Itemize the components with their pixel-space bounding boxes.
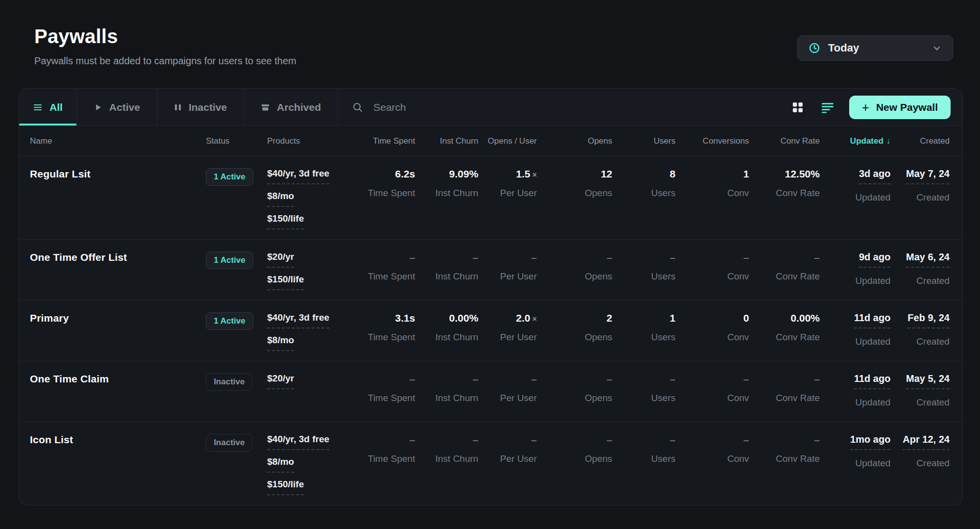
product-price[interactable]: $8/mo	[267, 456, 349, 473]
column-header-created[interactable]: Created	[894, 136, 962, 146]
column-header-status[interactable]: Status	[206, 136, 267, 146]
column-header-conversions[interactable]: Conversions	[679, 136, 753, 146]
tab-all[interactable]: All	[19, 89, 77, 126]
metric-value: –	[679, 252, 749, 263]
product-price[interactable]: $40/yr, 3d free	[267, 312, 349, 328]
column-header-time-spent[interactable]: Time Spent	[353, 136, 419, 146]
metric-cell-conv: 1Conv	[679, 168, 753, 229]
product-price-label: $8/mo	[267, 191, 294, 207]
metric-value: –	[679, 434, 749, 446]
metric-cell-inst-churn: –Inst Churn	[419, 252, 482, 290]
table-row[interactable]: One Time ClaimInactive$20/yr–Time Spent–…	[19, 361, 962, 422]
tab-inactive[interactable]: Inactive	[157, 89, 244, 126]
metric-value: –	[541, 434, 612, 446]
filter-tabs: All Active Inactive Archived	[19, 89, 338, 126]
updated-value[interactable]: 1mo ago	[850, 434, 890, 450]
created-value[interactable]: May 7, 24	[906, 168, 950, 184]
created-value[interactable]: May 5, 24	[906, 373, 950, 389]
list-view-icon	[821, 101, 834, 113]
column-header-conv-rate[interactable]: Conv Rate	[753, 136, 824, 146]
metric-cell-users: –Users	[616, 252, 680, 290]
metric-value: –	[616, 252, 676, 263]
metric-cell-opens: 2Opens	[541, 312, 616, 351]
created-value[interactable]: Feb 9, 24	[907, 312, 950, 328]
column-header-inst-churn[interactable]: Inst Churn	[419, 136, 482, 146]
metric-cell-per-user: –Per User	[482, 373, 540, 412]
column-header-users[interactable]: Users	[616, 136, 680, 146]
metric-label: Time Spent	[353, 188, 415, 199]
paywall-name: Primary	[30, 312, 202, 324]
metric-label: Inst Churn	[419, 332, 478, 343]
metric-label: Conv Rate	[753, 393, 820, 403]
column-header-opens[interactable]: Opens	[541, 136, 616, 146]
metric-label: Users	[616, 393, 676, 403]
status-cell: 1 Active	[206, 168, 267, 229]
metric-label: Created	[894, 458, 950, 469]
new-paywall-button[interactable]: + New Paywall	[849, 96, 951, 119]
metric-value: –	[353, 373, 415, 385]
table-toolbar: All Active Inactive Archived	[19, 89, 962, 126]
table-row[interactable]: Icon ListInactive$40/yr, 3d free$8/mo$15…	[19, 422, 962, 505]
products-cell: $20/yr$150/life	[267, 252, 353, 290]
search-input[interactable]	[373, 101, 784, 113]
column-header-products[interactable]: Products	[267, 136, 353, 146]
metric-label: Time Spent	[353, 393, 415, 403]
table-row[interactable]: One Time Offer List1 Active$20/yr$150/li…	[19, 240, 962, 301]
metric-value: 2	[541, 312, 612, 324]
tab-active[interactable]: Active	[77, 89, 157, 126]
product-price-label: $8/mo	[267, 335, 294, 351]
play-icon	[94, 103, 102, 112]
metric-value: 1.5×	[482, 168, 537, 180]
table-row[interactable]: Primary1 Active$40/yr, 3d free$8/mo3.1sT…	[19, 301, 962, 361]
metric-label: Inst Churn	[419, 453, 478, 464]
product-price[interactable]: $20/yr	[267, 252, 349, 268]
metric-cell-conv: –Conv	[679, 252, 753, 290]
product-price[interactable]: $20/yr	[267, 373, 349, 389]
metric-value: 3.1s	[353, 312, 415, 324]
metric-value: 2.0×	[482, 312, 537, 324]
metric-label: Created	[894, 397, 950, 408]
updated-value[interactable]: 9d ago	[859, 252, 890, 268]
metric-label: Users	[616, 188, 676, 199]
column-header-name[interactable]: Name	[19, 136, 206, 146]
product-price[interactable]: $150/life	[267, 213, 349, 229]
product-price[interactable]: $40/yr, 3d free	[267, 168, 349, 184]
tab-archived[interactable]: Archived	[244, 89, 338, 126]
product-price-label: $150/life	[267, 274, 304, 290]
updated-value[interactable]: 3d ago	[859, 168, 890, 184]
product-price[interactable]: $8/mo	[267, 335, 349, 351]
page-titles: Paywalls Paywalls must be added to campa…	[34, 25, 296, 67]
metric-label: Conv	[679, 332, 749, 343]
metric-label: Time Spent	[353, 453, 415, 464]
product-price[interactable]: $150/life	[267, 479, 349, 495]
product-price[interactable]: $8/mo	[267, 191, 349, 207]
created-value[interactable]: May 6, 24	[906, 252, 950, 268]
grid-view-button[interactable]	[789, 99, 806, 116]
metric-value: –	[541, 373, 612, 385]
updated-value[interactable]: 11d ago	[854, 373, 890, 389]
date-range-label: Today	[828, 42, 859, 54]
products-cell: $40/yr, 3d free$8/mo$150/life	[267, 434, 353, 495]
created-value[interactable]: Apr 12, 24	[903, 434, 950, 450]
metric-cell-conv-rate: –Conv Rate	[753, 373, 824, 412]
metric-label: Created	[894, 276, 950, 286]
product-price-label: $40/yr, 3d free	[267, 168, 329, 184]
column-header-updated[interactable]: Updated↓	[824, 136, 894, 146]
metric-label: Conv	[679, 188, 749, 199]
table-row[interactable]: Regular Lsit1 Active$40/yr, 3d free$8/mo…	[19, 156, 962, 240]
products-cell: $40/yr, 3d free$8/mo$150/life	[267, 168, 353, 229]
product-price[interactable]: $40/yr, 3d free	[267, 434, 349, 450]
column-header-opens-per-user[interactable]: Opens / User	[482, 136, 540, 146]
list-view-button[interactable]	[819, 100, 836, 115]
product-price[interactable]: $150/life	[267, 274, 349, 290]
products-cell: $40/yr, 3d free$8/mo	[267, 312, 353, 351]
toolbar-right: + New Paywall	[789, 89, 962, 126]
metric-label: Inst Churn	[419, 271, 478, 282]
metric-value: 12	[541, 168, 612, 180]
search-box[interactable]	[338, 89, 789, 126]
updated-value[interactable]: 11d ago	[854, 312, 890, 328]
metric-cell-inst-churn: –Inst Churn	[419, 434, 482, 495]
date-range-dropdown[interactable]: Today	[797, 35, 953, 61]
metric-cell-time-spent: –Time Spent	[353, 373, 419, 412]
metric-value: –	[353, 252, 415, 263]
